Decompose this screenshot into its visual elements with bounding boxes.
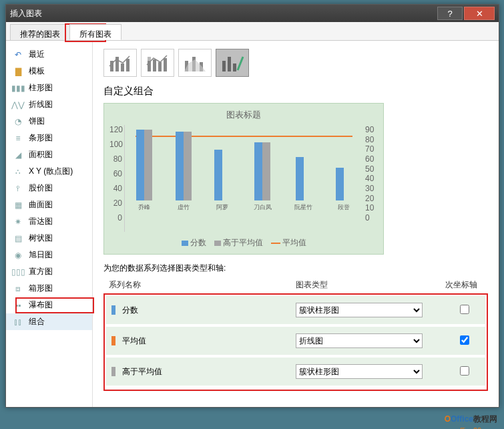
series-grid-header: 系列名称 图表类型 次坐标轴 xyxy=(103,277,488,293)
sidebar-item-label: 柱形图 xyxy=(29,82,53,94)
window-title: 插入图表 xyxy=(10,8,436,19)
sidebar-item-stock[interactable]: ⫯股价图 xyxy=(6,180,92,196)
sidebar-item-label: 树状图 xyxy=(29,233,53,244)
combo-chart-icon: ⫿⫿ xyxy=(13,317,23,327)
svg-rect-13 xyxy=(222,61,226,72)
sidebar-item-histogram[interactable]: ▯▯▯直方图 xyxy=(6,263,92,280)
bar-above-avg xyxy=(262,142,270,200)
svg-rect-14 xyxy=(228,57,231,72)
chart-subtype-row xyxy=(103,49,488,77)
bar-above-avg xyxy=(184,132,192,200)
tab-all-charts[interactable]: 所有图表 xyxy=(69,24,121,40)
sidebar-item-label: 折线图 xyxy=(29,99,53,110)
tab-recommended[interactable]: 推荐的图表 xyxy=(10,24,70,40)
histogram-icon: ▯▯▯ xyxy=(13,267,23,277)
sidebar-item-label: 饼图 xyxy=(29,116,45,127)
col-header-name: 系列名称 xyxy=(109,279,296,291)
series-color-marker xyxy=(111,305,115,315)
svg-rect-3 xyxy=(126,59,130,72)
chart-type-select[interactable]: 簇状柱形图 xyxy=(296,364,423,379)
col-header-axis: 次坐标轴 xyxy=(429,279,483,291)
sidebar-item-label: 组合 xyxy=(29,316,45,327)
secondary-axis-checkbox[interactable] xyxy=(460,305,469,314)
sidebar-item-label: 直方图 xyxy=(29,266,53,277)
sidebar-item-label: X Y (散点图) xyxy=(29,166,73,177)
subtype-clustered-line[interactable] xyxy=(103,49,137,77)
sidebar-item-area[interactable]: ◢面积图 xyxy=(6,146,92,163)
secondary-axis-checkbox[interactable] xyxy=(460,366,469,376)
svg-rect-15 xyxy=(233,63,236,72)
chart-type-sidebar: ↶最近 ▇模板 ▮▮▮柱形图 ⋀⋁折线图 ◔饼图 ≡条形图 ◢面积图 ∴X Y … xyxy=(6,41,93,407)
help-button[interactable]: ? xyxy=(437,7,463,20)
secondary-axis-checkbox[interactable] xyxy=(460,335,469,345)
radar-chart-icon: ✷ xyxy=(13,217,23,227)
chart-title: 图表标题 xyxy=(109,109,378,121)
dialog-window: 插入图表 ? ✕ 推荐的图表 所有图表 ↶最近 ▇模板 ▮▮▮柱形图 ⋀⋁折线图… xyxy=(5,4,499,408)
y-axis-left: 120100806040200 xyxy=(109,125,124,232)
undo-icon: ↶ xyxy=(13,50,23,59)
sidebar-item-xy[interactable]: ∴X Y (散点图) xyxy=(6,163,92,180)
svg-rect-7 xyxy=(158,62,162,72)
subtype-stacked-area[interactable] xyxy=(178,49,212,77)
stock-chart-icon: ⫯ xyxy=(13,184,23,193)
legend-item: 高于平均值 xyxy=(223,237,263,249)
plot-area: 乔峰虚竹阿萝刀白凤阮星竹段誉 xyxy=(124,125,363,232)
bar-score xyxy=(214,150,222,200)
subtype-custom-combo[interactable] xyxy=(216,49,249,77)
x-label: 虚竹 xyxy=(178,203,190,212)
sidebar-item-column[interactable]: ▮▮▮柱形图 xyxy=(6,80,92,96)
sidebar-item-label: 模板 xyxy=(29,65,45,77)
watermark-logo: OOffice教程网 xyxy=(445,412,497,425)
svg-rect-2 xyxy=(121,63,124,72)
x-label: 段誉 xyxy=(338,203,350,212)
bar-group: 虚竹 xyxy=(176,132,192,212)
y-axis-right: 9080706050403020100 xyxy=(363,125,378,232)
svg-rect-6 xyxy=(153,59,156,72)
line-chart-icon: ⋀⋁ xyxy=(13,100,23,110)
chart-type-select[interactable]: 簇状柱形图 xyxy=(296,303,423,317)
sidebar-item-label: 曲面图 xyxy=(29,199,53,210)
sidebar-item-pie[interactable]: ◔饼图 xyxy=(6,113,92,130)
bar-group: 阮星竹 xyxy=(294,157,312,212)
svg-rect-8 xyxy=(164,58,167,72)
sidebar-item-waterfall[interactable]: ▪▪瀑布图 xyxy=(6,297,92,313)
series-name: 分数 xyxy=(122,305,296,316)
series-color-marker xyxy=(111,367,115,376)
bar-chart-icon: ≡ xyxy=(13,134,23,143)
series-name: 平均值 xyxy=(122,335,296,347)
boxplot-icon: ⧈ xyxy=(13,284,23,293)
subtype-stacked-line[interactable] xyxy=(141,49,174,77)
sidebar-item-combo[interactable]: ⫿⫿组合 xyxy=(6,313,92,330)
bar-score xyxy=(296,157,304,200)
area-chart-icon: ◢ xyxy=(13,150,23,160)
series-color-marker xyxy=(111,336,115,345)
bar-score xyxy=(336,168,344,200)
sidebar-item-sunburst[interactable]: ◉旭日图 xyxy=(6,247,92,263)
sidebar-item-tree[interactable]: ▤树状图 xyxy=(6,230,92,247)
sidebar-item-label: 面积图 xyxy=(29,149,53,160)
tab-bar: 推荐的图表 所有图表 xyxy=(6,22,499,41)
sidebar-item-bar[interactable]: ≡条形图 xyxy=(6,130,92,146)
bar-score xyxy=(176,132,184,200)
treemap-icon: ▤ xyxy=(13,234,23,243)
sidebar-item-boxplot[interactable]: ⧈箱形图 xyxy=(6,280,92,297)
series-row: 分数簇状柱形图 xyxy=(106,296,485,324)
sidebar-item-template[interactable]: ▇模板 xyxy=(6,63,92,80)
close-button[interactable]: ✕ xyxy=(464,7,495,20)
sidebar-item-recent[interactable]: ↶最近 xyxy=(6,46,92,63)
sidebar-item-radar[interactable]: ✷雷达图 xyxy=(6,213,92,230)
sunburst-icon: ◉ xyxy=(13,251,23,260)
sidebar-item-label: 瀑布图 xyxy=(29,299,53,311)
sidebar-item-label: 雷达图 xyxy=(29,216,53,227)
series-grid: 分数簇状柱形图平均值折线图高于平均值簇状柱形图 xyxy=(103,293,488,391)
sidebar-item-surface[interactable]: ▦曲面图 xyxy=(6,196,92,213)
sidebar-item-line[interactable]: ⋀⋁折线图 xyxy=(6,96,92,113)
series-row: 高于平均值簇状柱形图 xyxy=(106,358,485,386)
chart-legend: 分数 高于平均值 平均值 xyxy=(109,237,378,249)
bar-group: 刀白凤 xyxy=(254,142,272,212)
scatter-chart-icon: ∴ xyxy=(13,167,23,176)
sidebar-item-label: 最近 xyxy=(29,49,45,60)
x-label: 乔峰 xyxy=(138,203,150,212)
waterfall-icon: ▪▪ xyxy=(13,301,23,310)
chart-type-select[interactable]: 折线图 xyxy=(296,333,423,348)
